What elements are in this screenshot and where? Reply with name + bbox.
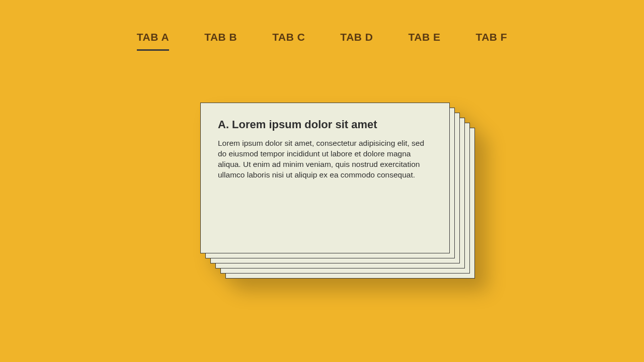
tab-bar: TAB A TAB B TAB C TAB D TAB E TAB F	[0, 0, 644, 51]
tab-c[interactable]: TAB C	[272, 31, 305, 51]
tab-e[interactable]: TAB E	[408, 31, 440, 51]
tab-a[interactable]: TAB A	[137, 31, 169, 51]
card-title: A. Lorem ipsum dolor sit amet	[218, 118, 432, 131]
tab-d[interactable]: TAB D	[340, 31, 373, 51]
card-front: A. Lorem ipsum dolor sit amet Lorem ipsu…	[200, 103, 450, 253]
card-body: Lorem ipsum dolor sit amet, consectetur …	[218, 138, 432, 180]
tab-f[interactable]: TAB F	[475, 31, 507, 51]
tab-b[interactable]: TAB B	[204, 31, 237, 51]
card-stack: A. Lorem ipsum dolor sit amet Lorem ipsu…	[200, 103, 450, 253]
